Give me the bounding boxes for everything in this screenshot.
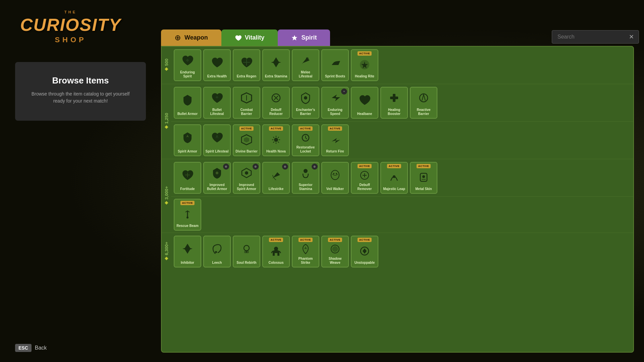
item-enduring-spirit[interactable]: Enduring Spirit bbox=[174, 49, 201, 81]
item-healing-booster[interactable]: Healing Booster bbox=[380, 87, 408, 119]
svg-point-34 bbox=[422, 175, 425, 178]
item-name-lifestrike: Lifestrike bbox=[267, 187, 285, 191]
svg-point-22 bbox=[274, 138, 278, 142]
item-name-extra-stamina: Extra Stamina bbox=[264, 74, 289, 78]
search-bar[interactable]: ✕ bbox=[552, 30, 634, 44]
item-restorative-locket[interactable]: ACTIVE Restorative Locket bbox=[292, 124, 319, 156]
svg-point-29 bbox=[333, 173, 334, 174]
svg-point-40 bbox=[274, 247, 278, 251]
item-bullet-armor[interactable]: Bullet Armor bbox=[174, 87, 201, 119]
svg-marker-21 bbox=[244, 137, 249, 142]
item-healbane[interactable]: Healbane bbox=[351, 87, 378, 119]
item-name-rescue-beam: Rescue Beam bbox=[175, 224, 200, 228]
item-metal-skin[interactable]: ACTIVE Metal Skin bbox=[410, 162, 437, 194]
item-colossus[interactable]: ACTIVE Colossus bbox=[262, 236, 290, 267]
item-name-enchanters-barrier: Enchanter's Barrier bbox=[292, 108, 319, 116]
tab-weapon[interactable]: Weapon bbox=[161, 29, 221, 46]
item-rescue-beam[interactable]: ACTIVE Rescue Beam bbox=[174, 199, 201, 231]
tab-spirit-label: Spirit bbox=[301, 34, 317, 41]
browse-description: Browse through the item catalog to get y… bbox=[27, 90, 134, 105]
item-soul-rebirth[interactable]: Soul Rebirth bbox=[233, 236, 260, 267]
item-debuff-remover[interactable]: ACTIVE Debuff Remover bbox=[351, 162, 378, 194]
metal-skin-active-badge: ACTIVE bbox=[417, 164, 431, 168]
item-divine-barrier[interactable]: ACTIVE Divine Barrier bbox=[233, 124, 260, 156]
browse-panel: Browse Items Browse through the item cat… bbox=[15, 62, 146, 121]
svg-point-32 bbox=[393, 175, 395, 178]
item-leech[interactable]: Leech bbox=[203, 236, 231, 267]
item-extra-regen[interactable]: Extra Regen bbox=[233, 49, 260, 81]
item-fortitude[interactable]: Fortitude bbox=[174, 162, 201, 194]
back-button-area[interactable]: ESC Back bbox=[15, 344, 47, 352]
logo-the: THE bbox=[20, 10, 121, 14]
item-extra-stamina[interactable]: Extra Stamina bbox=[262, 49, 290, 81]
price-label-1250: ◈ 1,250 bbox=[162, 84, 171, 159]
content-scroll[interactable]: ◈ 500 Enduring Spirit Extra Health Extra… bbox=[162, 47, 633, 352]
item-melee-lifesteal[interactable]: Melee Lifesteal bbox=[292, 49, 319, 81]
search-close-button[interactable]: ✕ bbox=[629, 33, 634, 41]
search-input[interactable] bbox=[552, 30, 639, 44]
item-name-bullet-armor: Bullet Armor bbox=[176, 112, 199, 116]
item-name-divine-barrier: Divine Barrier bbox=[234, 149, 259, 154]
item-healing-rite[interactable]: ACTIVE Healing Rite bbox=[351, 49, 378, 81]
item-name-healbane: Healbane bbox=[356, 112, 373, 116]
item-return-fire[interactable]: ACTIVE Return Fire bbox=[321, 124, 349, 156]
item-bullet-lifesteal[interactable]: Bullet Lifesteal bbox=[203, 87, 231, 119]
item-extra-health[interactable]: Extra Health bbox=[203, 49, 231, 81]
item-combat-barrier[interactable]: Combat Barrier bbox=[233, 87, 260, 119]
tab-vitality-label: Vitality bbox=[245, 34, 265, 41]
price-label-500: ◈ 500 bbox=[162, 47, 171, 84]
item-lifestrike[interactable]: ⊕ Lifestrike bbox=[262, 162, 290, 194]
esc-badge: ESC bbox=[15, 344, 32, 352]
item-name-spirit-lifesteal: Spirit Lifesteal bbox=[204, 149, 230, 154]
item-enchanters-barrier[interactable]: Enchanter's Barrier bbox=[292, 87, 319, 119]
item-majestic-leap[interactable]: ACTIVE Majestic Leap bbox=[380, 162, 408, 194]
item-name-return-fire: Return Fire bbox=[325, 149, 345, 154]
logo-shop: SHOP bbox=[20, 36, 121, 44]
price-section-3000: ◈ 3,000+ Fortitude ⊕ Improved Bullet Arm… bbox=[162, 159, 633, 233]
item-phantom-strike[interactable]: ACTIVE Phantom Strike bbox=[292, 236, 319, 267]
svg-point-10 bbox=[306, 57, 309, 60]
item-reactive-barrier[interactable]: Reactive Barrier bbox=[410, 87, 437, 119]
price-section-6300: ◈ 6,300+ Inhibitor Leech Soul Rebirth bbox=[162, 233, 633, 270]
item-spirit-lifesteal[interactable]: Spirit Lifesteal bbox=[203, 124, 231, 156]
svg-marker-6 bbox=[292, 35, 298, 40]
content-area: ◈ 500 Enduring Spirit Extra Health Extra… bbox=[161, 46, 634, 353]
restorative-locket-active-badge: ACTIVE bbox=[299, 126, 313, 131]
item-spirit-armor[interactable]: Spirit Armor bbox=[174, 124, 201, 156]
unstoppable-active-badge: ACTIVE bbox=[358, 238, 372, 242]
item-name-healing-rite: Healing Rite bbox=[354, 74, 376, 78]
item-enduring-speed[interactable]: + Enduring Speed bbox=[321, 87, 349, 119]
item-veil-walker[interactable]: Veil Walker bbox=[321, 162, 349, 194]
majestic-leap-active-badge: ACTIVE bbox=[387, 164, 401, 168]
item-sprint-boots[interactable]: Sprint Boots bbox=[321, 49, 349, 81]
item-health-nova[interactable]: ACTIVE Health Nova bbox=[262, 124, 290, 156]
svg-point-24 bbox=[216, 172, 218, 174]
item-name-improved-spirit-armor: Improved Spirit Armor bbox=[233, 183, 260, 191]
logo-curiosity: CURIOSITY bbox=[20, 14, 121, 35]
item-name-majestic-leap: Majestic Leap bbox=[382, 187, 407, 191]
item-name-superior-stamina: Superior Stamina bbox=[292, 183, 319, 191]
svg-point-15 bbox=[304, 96, 307, 100]
item-debuff-reducer[interactable]: Debuff Reducer bbox=[262, 87, 290, 119]
item-name-debuff-remover: Debuff Remover bbox=[352, 183, 378, 191]
item-improved-bullet-armor[interactable]: ⊕ Improved Bullet Armor bbox=[203, 162, 231, 194]
tab-weapon-label: Weapon bbox=[184, 34, 208, 41]
shadow-weave-active-badge: ACTIVE bbox=[328, 238, 342, 242]
item-name-fortitude: Fortitude bbox=[179, 187, 196, 191]
item-superior-stamina[interactable]: ⊕ Superior Stamina bbox=[292, 162, 319, 194]
item-improved-spirit-armor[interactable]: ⊕ Improved Spirit Armor bbox=[233, 162, 260, 194]
item-name-veil-walker: Veil Walker bbox=[325, 187, 345, 191]
tab-spirit[interactable]: Spirit bbox=[278, 29, 330, 46]
item-name-bullet-lifesteal: Bullet Lifesteal bbox=[204, 108, 230, 116]
item-shadow-weave[interactable]: ACTIVE Shadow Weave bbox=[321, 236, 349, 267]
rescue-beam-active-badge: ACTIVE bbox=[180, 201, 195, 205]
item-unstoppable[interactable]: ACTIVE Unstoppable bbox=[351, 236, 378, 267]
tab-vitality[interactable]: Vitality bbox=[221, 29, 278, 46]
items-row-500: Enduring Spirit Extra Health Extra Regen… bbox=[171, 47, 633, 84]
item-name-shadow-weave: Shadow Weave bbox=[322, 257, 348, 265]
return-fire-active-badge: ACTIVE bbox=[328, 126, 342, 131]
item-name-improved-bullet-armor: Improved Bullet Armor bbox=[204, 183, 230, 191]
item-name-sprint-boots: Sprint Boots bbox=[324, 74, 346, 78]
item-inhibitor[interactable]: Inhibitor bbox=[174, 236, 201, 267]
svg-point-30 bbox=[336, 173, 337, 174]
